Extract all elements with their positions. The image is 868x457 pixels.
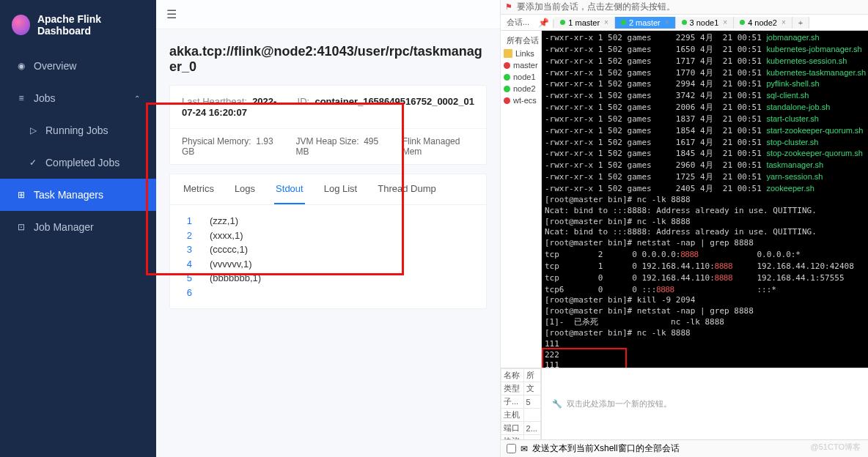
tab-logs[interactable]: Logs — [233, 174, 257, 204]
xshell-window: ⚑ 要添加当前会话，点击左侧的箭头按钮。 会话... 📌 | 1 master×… — [501, 0, 868, 457]
meta-row-1: Last Heartbeat: 2022-07-24 16:20:07 ID: … — [170, 86, 486, 128]
terminal-tab[interactable]: 1 master× — [554, 17, 615, 29]
terminal-output[interactable]: -rwxr-xr-x 1 502 games 2295 4月 21 00:51 … — [542, 31, 868, 368]
content: akka.tcp://flink@node2:41043/user/rpc/ta… — [156, 29, 500, 327]
nav-overview[interactable]: ◉ Overview — [0, 50, 156, 82]
prop-val: 文 — [523, 382, 540, 395]
bottom-panel: 名称所类型文子...5主机端口2...协议用... 🔧 双击此处添加一个新的按钮… — [501, 368, 868, 439]
tree-item[interactable]: node2 — [501, 83, 541, 94]
envelope-icon: ✉ — [521, 444, 528, 454]
tree-item[interactable]: 所有会话 — [501, 34, 541, 48]
session-tree: 所有会话Linksmasternode1node2wt-ecs — [501, 31, 542, 368]
xshell-tip: 要添加当前会话，点击左侧的箭头按钮。 — [517, 1, 675, 13]
stdout-line: 4(vvvvvv,1) — [182, 257, 474, 272]
chevron-up-icon: ⌃ — [134, 94, 140, 103]
broadcast-checkbox[interactable] — [507, 444, 516, 453]
terminal-tab[interactable]: 2 master× — [615, 17, 676, 29]
nav-task-managers[interactable]: ⊞ Task Managers — [0, 179, 156, 211]
watermark: @51CTO博客 — [811, 442, 861, 453]
close-icon[interactable]: × — [723, 18, 727, 26]
hint-text: 双击此处添加一个新的按钮。 — [567, 398, 672, 409]
terminal-tab-strip: 1 master×2 master×3 node1×4 node2×+ — [554, 17, 868, 29]
heap-label: JVM Heap Size: — [295, 136, 358, 146]
stdout-line: 2(xxxx,1) — [182, 228, 474, 243]
prop-key: 类型 — [501, 382, 524, 395]
brand-title: Apache Flink Dashboard — [37, 13, 144, 37]
stdout-line: 6 — [182, 286, 474, 300]
flag-icon: ⚑ — [505, 2, 512, 12]
prop-key: 端口 — [501, 422, 524, 435]
status-dot-icon — [682, 20, 687, 25]
footer-text: 发送文本到当前Xshell窗口的全部会话 — [532, 442, 680, 455]
terminal-tab[interactable]: 3 node1× — [676, 17, 735, 29]
pin-icon[interactable]: 📌 — [535, 18, 552, 28]
status-dot-icon — [740, 20, 745, 25]
collapse-icon[interactable]: ☰ — [166, 7, 177, 21]
tabs-card: MetricsLogsStdoutLog ListThread Dump 1(z… — [169, 174, 487, 309]
nav-job-manager[interactable]: ⊡ Job Manager — [0, 211, 156, 243]
prop-val: 5 — [523, 395, 540, 409]
quick-button-hint[interactable]: 🔧 双击此处添加一个新的按钮。 — [542, 368, 868, 439]
stdout-area: 1(zzz,1)2(xxxx,1)3(ccccc,1)4(vvvvvv,1)5(… — [170, 205, 486, 308]
detail-tabs: MetricsLogsStdoutLog ListThread Dump — [170, 174, 486, 205]
taskmanager-path: akka.tcp://flink@node2:41043/user/rpc/ta… — [169, 44, 487, 75]
tab-thread-dump[interactable]: Thread Dump — [376, 174, 437, 204]
stdout-line: 1(zzz,1) — [182, 214, 474, 228]
nav-jobs-label: Jobs — [34, 92, 56, 104]
nav-tm-label: Task Managers — [34, 189, 103, 201]
check-icon: ✓ — [28, 157, 38, 168]
session-panel-label[interactable]: 会话... — [501, 17, 535, 28]
close-icon[interactable]: × — [604, 18, 608, 26]
xshell-tabbar: 会话... 📌 | 1 master×2 master×3 node1×4 no… — [501, 15, 868, 31]
status-dot-icon — [621, 20, 626, 25]
close-icon[interactable]: × — [665, 18, 669, 26]
nav-completed-label: Completed Jobs — [45, 157, 119, 168]
prop-key: 名称 — [501, 369, 524, 382]
nav-running-jobs[interactable]: ▷ Running Jobs — [0, 114, 156, 146]
xshell-body: 所有会话Linksmasternode1node2wt-ecs -rwxr-xr… — [501, 31, 868, 368]
list-icon: ≡ — [16, 93, 26, 103]
prop-val: 所 — [523, 369, 540, 382]
meta-row-2: Physical Memory: 1.93 GB JVM Heap Size: … — [170, 128, 486, 164]
status-dot-icon — [560, 20, 565, 25]
tab-log-list[interactable]: Log List — [323, 174, 359, 204]
nav-jobs[interactable]: ≡ Jobs ⌃ — [0, 82, 156, 114]
annotation-box-terminal — [542, 348, 627, 368]
nav-completed-jobs[interactable]: ✓ Completed Jobs — [0, 146, 156, 179]
status-dot-icon — [504, 62, 510, 69]
status-dot-icon — [504, 97, 510, 104]
tab-metrics[interactable]: Metrics — [182, 174, 216, 204]
id-label: ID: — [298, 96, 310, 107]
properties-table: 名称所类型文子...5主机端口2...协议用... — [501, 368, 542, 439]
close-icon[interactable]: × — [781, 18, 786, 26]
id-value: container_1658649516752_0002_01 — [315, 96, 474, 107]
status-dot-icon — [504, 74, 510, 81]
heartbeat-label: Last Heartbeat: — [182, 96, 247, 107]
stdout-line: 3(ccccc,1) — [182, 242, 474, 257]
wrench-icon: 🔧 — [552, 399, 562, 409]
nav-overview-label: Overview — [34, 60, 76, 72]
terminal-tab[interactable]: 4 node2× — [734, 17, 792, 29]
tree-item[interactable]: node1 — [501, 71, 541, 83]
tree-item[interactable]: wt-ecs — [501, 94, 541, 106]
build-icon: ⊡ — [16, 222, 26, 232]
tab-stdout[interactable]: Stdout — [274, 174, 305, 204]
nav-running-label: Running Jobs — [45, 125, 108, 136]
stdout-line: 5(bbbbbbb,1) — [182, 271, 474, 286]
nav-jm-label: Job Manager — [34, 221, 94, 233]
prop-val — [523, 409, 540, 422]
tree-item[interactable]: master — [501, 59, 541, 71]
brand: Apache Flink Dashboard — [0, 0, 156, 50]
quick-button-area: 🔧 双击此处添加一个新的按钮。 — [542, 368, 868, 439]
cluster-icon: ⊞ — [16, 190, 26, 200]
flink-logo-icon — [12, 15, 30, 35]
xshell-tip-bar: ⚑ 要添加当前会话，点击左侧的箭头按钮。 — [501, 0, 868, 15]
status-dot-icon — [504, 86, 510, 92]
prop-key: 主机 — [501, 409, 524, 422]
play-icon: ▷ — [28, 125, 38, 135]
new-tab-button[interactable]: + — [792, 17, 809, 29]
prop-key: 子... — [501, 395, 524, 409]
tree-item[interactable]: Links — [501, 48, 541, 59]
prop-val: 2... — [523, 422, 540, 435]
folder-icon — [504, 49, 512, 58]
